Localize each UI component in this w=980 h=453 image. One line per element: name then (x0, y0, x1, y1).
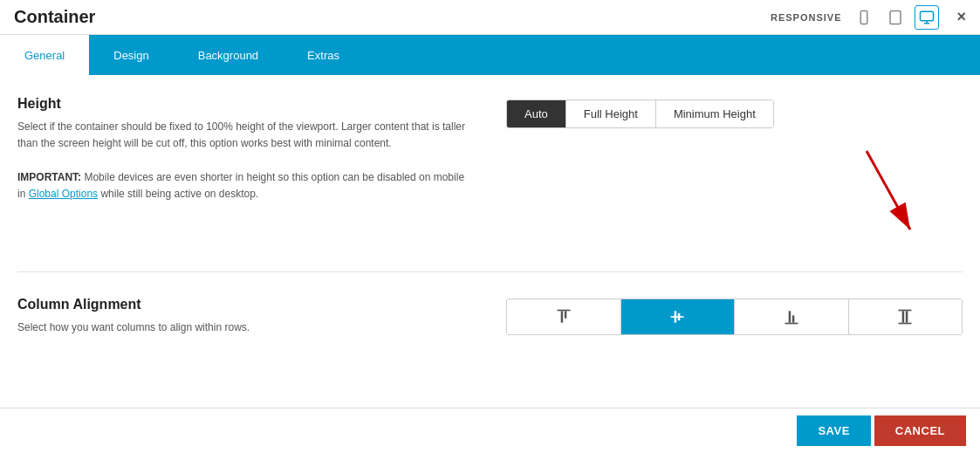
close-button[interactable]: × (956, 8, 966, 26)
align-bottom-icon (783, 308, 800, 326)
tab-general[interactable]: General (0, 35, 89, 75)
column-section-right (506, 297, 963, 336)
mobile-icon[interactable] (852, 5, 876, 30)
height-desc: Select if the container should be fixed … (17, 119, 471, 202)
header-right: RESPONSIVE (771, 5, 966, 30)
main-content: Height Select if the container should be… (0, 75, 980, 408)
svg-rect-14 (678, 312, 681, 319)
svg-rect-13 (675, 311, 677, 322)
dialog-header: Container RESPONSIVE (0, 0, 980, 35)
svg-rect-0 (861, 10, 868, 24)
svg-rect-20 (902, 311, 905, 322)
svg-rect-15 (785, 322, 798, 324)
responsive-label: RESPONSIVE (771, 12, 842, 23)
svg-rect-17 (792, 315, 795, 322)
dialog-title: Container (14, 7, 95, 27)
svg-line-8 (867, 151, 910, 230)
cancel-button[interactable]: CANCEL (874, 415, 966, 446)
svg-rect-10 (560, 311, 563, 322)
tab-design[interactable]: Design (89, 35, 173, 75)
height-min-btn[interactable]: Minimum Height (656, 100, 773, 127)
svg-rect-2 (890, 10, 901, 24)
align-top-btn[interactable] (507, 299, 621, 334)
align-middle-icon (668, 308, 686, 326)
tab-extras[interactable]: Extras (283, 35, 364, 75)
height-section: Height Select if the container should be… (17, 96, 963, 272)
tablet-icon[interactable] (883, 5, 908, 30)
svg-rect-9 (557, 309, 570, 311)
column-align-btn-group (506, 299, 963, 335)
save-button[interactable]: SAVE (797, 415, 870, 446)
align-bottom-btn[interactable] (735, 299, 849, 334)
svg-rect-11 (565, 311, 567, 318)
global-options-link[interactable]: Global Options (29, 188, 98, 200)
svg-rect-4 (921, 11, 934, 21)
desktop-icon[interactable] (915, 5, 939, 30)
red-arrow-icon (849, 142, 936, 247)
align-middle-btn[interactable] (621, 299, 736, 334)
column-title: Column Alignment (17, 297, 471, 312)
nav-tabs: General Design Background Extras (0, 35, 980, 75)
align-top-icon (555, 308, 572, 326)
align-stretch-btn[interactable] (849, 299, 963, 334)
svg-rect-16 (788, 311, 791, 322)
svg-rect-19 (899, 322, 912, 324)
height-section-right: Auto Full Height Minimum Height (506, 96, 963, 247)
svg-rect-12 (671, 316, 684, 318)
device-icons (852, 5, 939, 30)
tab-background[interactable]: Background (174, 35, 283, 75)
height-title: Height (17, 96, 471, 112)
align-stretch-icon (896, 308, 914, 326)
height-auto-btn[interactable]: Auto (507, 100, 566, 127)
column-section-left: Column Alignment Select how you want col… (17, 297, 471, 336)
height-btn-group: Auto Full Height Minimum Height (506, 100, 774, 128)
height-full-btn[interactable]: Full Height (566, 100, 656, 127)
column-alignment-section: Column Alignment Select how you want col… (17, 297, 963, 353)
svg-rect-21 (906, 311, 908, 322)
dialog-footer: SAVE CANCEL (0, 408, 980, 453)
svg-rect-18 (899, 309, 912, 311)
column-desc: Select how you want columns to align wit… (17, 319, 471, 336)
height-section-left: Height Select if the container should be… (17, 96, 471, 247)
